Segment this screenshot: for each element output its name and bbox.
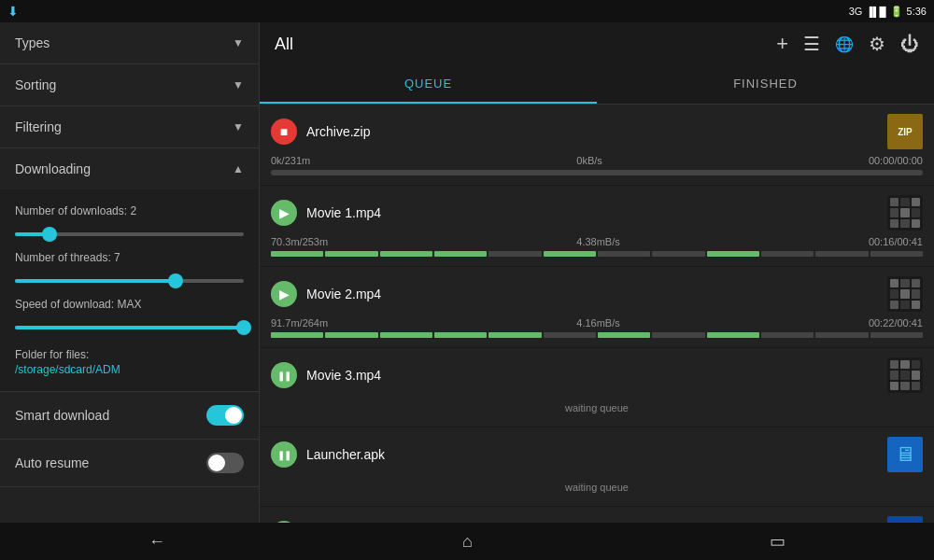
movie1-left: ▶ Movie 1.mp4: [271, 200, 381, 226]
smart-download-label: Smart download: [15, 408, 109, 423]
home-button[interactable]: ⌂: [444, 525, 491, 559]
movie1-size: 70.3m/253m: [271, 236, 328, 247]
auto-resume-toggle[interactable]: [206, 453, 244, 473]
m2-seg6: [544, 332, 596, 338]
launcher-header: ❚❚ Launcher.apk 🖥: [271, 437, 923, 472]
archive-track: [271, 170, 923, 175]
movie2-thumb: [887, 276, 923, 312]
types-header[interactable]: Types ▼: [0, 22, 259, 63]
archive-speed: 0kB/s: [576, 155, 602, 166]
movie3-thumb: [887, 357, 923, 393]
sorting-chevron: ▼: [233, 78, 244, 91]
speed-label: Speed of download: MAX: [15, 298, 244, 311]
m2-seg5: [488, 332, 541, 338]
app-icon: ⬇: [7, 4, 19, 19]
music-header: ❚❚ Music.mp3 ♪: [271, 516, 923, 523]
status-bar-right: 3G ▐▌█ 🔋 5:36: [849, 6, 927, 18]
seg12: [870, 251, 923, 257]
sidebar-section-types: Types ▼: [0, 22, 259, 64]
settings-icon[interactable]: ⚙: [869, 33, 885, 55]
downloading-chevron: ▲: [233, 162, 244, 175]
speed-fill: [15, 326, 244, 329]
sorting-header[interactable]: Sorting ▼: [0, 64, 259, 105]
speed-thumb[interactable]: [236, 320, 251, 335]
auto-resume-knob: [208, 455, 225, 471]
filtering-label: Filtering: [15, 119, 62, 134]
tab-queue[interactable]: QUEUE: [260, 65, 597, 104]
back-button[interactable]: ←: [130, 525, 184, 559]
signal-indicator: 3G: [849, 6, 863, 17]
header-icons: + ☰ 🌐 ⚙ ⏻: [776, 32, 919, 56]
archive-size: 0k/231m: [271, 155, 310, 166]
num-downloads-thumb[interactable]: [42, 227, 57, 242]
launcher-thumb: 🖥: [887, 437, 923, 472]
movie1-play-btn[interactable]: ▶: [271, 200, 297, 226]
download-item-launcher-apk: ❚❚ Launcher.apk 🖥 waiting queue: [260, 427, 934, 506]
downloading-header[interactable]: Downloading ▲: [0, 148, 259, 189]
download-item-movie3: ❚❚ Movie 3.mp4: [260, 348, 934, 427]
smart-download-row: Smart download: [0, 392, 259, 440]
seg6: [544, 251, 596, 257]
movie1-progress-info: 70.3m/253m 4.38mB/s 00:16/00:41: [271, 236, 923, 247]
downloading-content: Number of downloads: 2 Number of threads…: [0, 189, 259, 391]
tabs: QUEUE FINISHED: [260, 65, 934, 105]
launcher-pause-btn[interactable]: ❚❚: [271, 441, 297, 468]
archive-name: Archive.zip: [306, 124, 370, 139]
num-threads-label: Number of threads: 7: [15, 251, 244, 264]
movie2-play-btn[interactable]: ▶: [271, 281, 297, 307]
types-label: Types: [15, 35, 50, 50]
sidebar-section-downloading: Downloading ▲ Number of downloads: 2 Num…: [0, 148, 259, 392]
recents-button[interactable]: ▭: [751, 524, 804, 559]
speed-track: [15, 326, 244, 329]
num-downloads-slider[interactable]: [15, 225, 244, 244]
movie2-size: 91.7m/264m: [271, 317, 328, 329]
smart-download-knob: [225, 407, 242, 424]
archive-left: ■ Archive.zip: [271, 119, 370, 145]
launcher-left: ❚❚ Launcher.apk: [271, 441, 385, 468]
status-bar: ⬇ 3G ▐▌█ 🔋 5:36: [0, 0, 934, 22]
sidebar-section-sorting: Sorting ▼: [0, 64, 259, 106]
main-content: Types ▼ Sorting ▼ Filtering ▼ Downloadin…: [0, 22, 934, 523]
speed-slider[interactable]: [15, 318, 244, 337]
num-threads-fill: [15, 279, 176, 283]
launcher-name: Launcher.apk: [306, 447, 385, 462]
seg8: [652, 251, 704, 257]
auto-resume-row: Auto resume: [0, 440, 259, 487]
movie1-seg-progress: [271, 251, 923, 257]
movie2-seg-progress: [271, 332, 923, 338]
filtering-chevron: ▼: [233, 120, 244, 133]
folder-path[interactable]: /storage/sdcard/ADM: [15, 363, 244, 376]
movie2-left: ▶ Movie 2.mp4: [271, 281, 381, 307]
globe-icon[interactable]: 🌐: [835, 35, 854, 53]
sidebar-section-filtering: Filtering ▼: [0, 106, 259, 148]
signal-bars: ▐▌█: [866, 7, 885, 17]
power-icon[interactable]: ⏻: [900, 34, 919, 55]
archive-stop-btn[interactable]: ■: [271, 119, 297, 145]
status-bar-left: ⬇: [7, 4, 19, 19]
movie3-pause-btn[interactable]: ❚❚: [271, 362, 297, 388]
seg10: [761, 251, 814, 257]
launcher-waiting: waiting queue: [271, 478, 923, 497]
num-threads-slider[interactable]: [15, 272, 244, 290]
num-downloads-label: Number of downloads: 2: [15, 204, 244, 217]
m2-seg8: [652, 332, 704, 338]
smart-download-toggle[interactable]: [206, 405, 244, 426]
add-icon[interactable]: +: [776, 32, 788, 56]
m2-seg11: [815, 332, 868, 338]
movie2-time: 00:22/00:41: [869, 317, 923, 329]
list-icon[interactable]: ☰: [803, 33, 820, 55]
movie3-waiting: waiting queue: [271, 399, 923, 417]
seg7: [598, 251, 650, 257]
movie1-speed: 4.38mB/s: [576, 236, 619, 247]
tab-finished[interactable]: FINISHED: [597, 65, 934, 104]
movie2-progress: 91.7m/264m 4.16mB/s 00:22/00:41: [271, 317, 923, 338]
bottom-nav: ← ⌂ ▭: [0, 523, 934, 560]
num-threads-thumb[interactable]: [168, 273, 183, 288]
m2-seg4: [434, 332, 487, 338]
battery-icon: 🔋: [890, 6, 903, 18]
movie3-name: Movie 3.mp4: [306, 368, 381, 383]
m2-seg1: [271, 332, 323, 338]
m2-seg10: [761, 332, 814, 338]
sidebar: Types ▼ Sorting ▼ Filtering ▼ Downloadin…: [0, 22, 260, 523]
filtering-header[interactable]: Filtering ▼: [0, 106, 259, 147]
